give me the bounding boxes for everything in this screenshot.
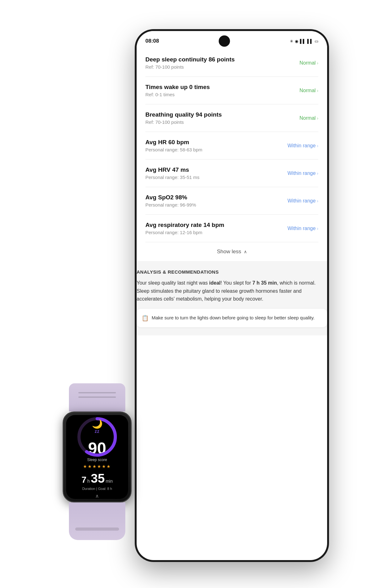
smartwatch: 🌙 ZZ 90 Sleep score ★★★★★★ 7 h 35 min Du… bbox=[47, 383, 147, 559]
metric-title-0: Deep sleep continuity 86 points bbox=[145, 56, 235, 63]
metric-status-label-0: Normal bbox=[300, 60, 316, 66]
metric-status-3[interactable]: Within range › bbox=[288, 143, 319, 149]
sleep-stars: ★★★★★★ bbox=[83, 464, 111, 469]
phone: 08:08 ✳ ◉ ▌▌ ▌▌ ▭ Deep sleep continuity … bbox=[135, 29, 329, 562]
recommendation-card: 📋 Make sure to turn the lights down befo… bbox=[137, 309, 327, 327]
watch-button-top bbox=[131, 430, 132, 442]
watch-screen: 🌙 ZZ 90 Sleep score ★★★★★★ 7 h 35 min Du… bbox=[66, 415, 128, 499]
metric-text-1: Times wake up 0 times Ref: 0-1 times bbox=[145, 84, 210, 97]
metric-status-label-1: Normal bbox=[300, 88, 316, 93]
chevron-icon-5: › bbox=[317, 198, 318, 203]
metric-status-0[interactable]: Normal › bbox=[300, 60, 318, 66]
duration-meta: Duration | Goal: 8 h bbox=[82, 487, 112, 491]
sleep-ring: 🌙 ZZ bbox=[75, 415, 119, 437]
metric-text-0: Deep sleep continuity 86 points Ref: 70-… bbox=[145, 56, 235, 70]
show-less-button[interactable]: Show less ∧ bbox=[145, 242, 318, 261]
chevron-icon-1: › bbox=[317, 88, 318, 93]
analysis-section: ANALYSIS & RECOMMENDATIONS Your sleep qu… bbox=[137, 261, 327, 335]
metric-sub-5: Personal range: 96-99% bbox=[145, 202, 196, 207]
metric-row-1[interactable]: Times wake up 0 times Ref: 0-1 times Nor… bbox=[145, 77, 318, 104]
show-less-label: Show less bbox=[217, 249, 241, 255]
analysis-body: Your sleep quality last night was ideal!… bbox=[137, 279, 327, 303]
metric-text-6: Avg respiratory rate 14 bpm Personal ran… bbox=[145, 222, 224, 235]
metric-text-5: Avg SpO2 98% Personal range: 96-99% bbox=[145, 194, 196, 207]
metric-row-6[interactable]: Avg respiratory rate 14 bpm Personal ran… bbox=[145, 215, 318, 242]
metric-row-0[interactable]: Deep sleep continuity 86 points Ref: 70-… bbox=[145, 49, 318, 77]
recommendation-text: Make sure to turn the lights down before… bbox=[152, 314, 315, 322]
duration-row: 7 h 35 min bbox=[81, 471, 112, 486]
ring-center: 🌙 ZZ bbox=[75, 415, 119, 437]
analysis-body2: ! You slept for bbox=[221, 280, 252, 286]
watch-strap-bottom bbox=[69, 502, 125, 540]
metric-status-5[interactable]: Within range › bbox=[288, 198, 319, 204]
hours-unit: h bbox=[87, 479, 90, 484]
metric-sub-4: Personal range: 35-51 ms bbox=[145, 175, 200, 180]
analysis-bold2: 7 h 35 min bbox=[252, 280, 277, 286]
bluetooth-icon: ✳ bbox=[290, 39, 293, 44]
metric-row-2[interactable]: Breathing quality 94 points Ref: 70-100 … bbox=[145, 104, 318, 132]
signal-icon: ▌▌ bbox=[300, 39, 306, 44]
chevron-icon-6: › bbox=[317, 226, 318, 231]
metric-sub-3: Personal range: 58-63 bpm bbox=[145, 147, 202, 152]
metric-sub-0: Ref: 70-100 points bbox=[145, 64, 235, 70]
metric-row-4[interactable]: Avg HRV 47 ms Personal range: 35-51 ms W… bbox=[145, 160, 318, 187]
chevron-icon-0: › bbox=[317, 60, 318, 66]
metric-title-1: Times wake up 0 times bbox=[145, 84, 210, 91]
caret-up-icon: ∧ bbox=[244, 249, 247, 254]
metric-status-6[interactable]: Within range › bbox=[288, 226, 319, 231]
watch-strap-top bbox=[69, 383, 125, 412]
wifi-icon: ◉ bbox=[295, 39, 298, 44]
metric-title-3: Avg HR 60 bpm bbox=[145, 139, 202, 146]
minutes-unit: min bbox=[106, 479, 113, 484]
chevron-icon-3: › bbox=[317, 143, 318, 148]
chevron-icon-4: › bbox=[317, 171, 318, 176]
metric-status-label-3: Within range bbox=[288, 143, 316, 149]
camera-notch bbox=[219, 35, 230, 47]
metric-row-3[interactable]: Avg HR 60 bpm Personal range: 58-63 bpm … bbox=[145, 132, 318, 160]
analysis-body1: Your sleep quality last night was bbox=[137, 280, 209, 286]
moon-icon: 🌙 bbox=[92, 419, 103, 429]
metric-title-5: Avg SpO2 98% bbox=[145, 194, 196, 201]
analysis-title: ANALYSIS & RECOMMENDATIONS bbox=[137, 269, 327, 275]
metric-text-2: Breathing quality 94 points Ref: 70-100 … bbox=[145, 111, 222, 125]
metric-status-4[interactable]: Within range › bbox=[288, 171, 319, 176]
metric-row-5[interactable]: Avg SpO2 98% Personal range: 96-99% With… bbox=[145, 187, 318, 215]
status-bar: 08:08 ✳ ◉ ▌▌ ▌▌ ▭ bbox=[137, 31, 327, 49]
metric-status-2[interactable]: Normal › bbox=[300, 115, 318, 121]
status-time: 08:08 bbox=[145, 38, 159, 44]
duration-hours: 7 bbox=[81, 475, 86, 485]
metric-status-label-2: Normal bbox=[300, 115, 316, 121]
metric-sub-2: Ref: 70-100 points bbox=[145, 119, 222, 125]
battery-icon: ▭ bbox=[315, 39, 318, 44]
status-icons: ✳ ◉ ▌▌ ▌▌ ▭ bbox=[290, 39, 318, 44]
zzz-label: ZZ bbox=[95, 430, 99, 433]
metric-status-1[interactable]: Normal › bbox=[300, 88, 318, 93]
metric-status-label-4: Within range bbox=[288, 171, 316, 176]
metric-title-6: Avg respiratory rate 14 bpm bbox=[145, 222, 224, 228]
metric-status-label-5: Within range bbox=[288, 198, 316, 204]
metric-text-3: Avg HR 60 bpm Personal range: 58-63 bpm bbox=[145, 139, 202, 152]
metric-title-4: Avg HRV 47 ms bbox=[145, 166, 200, 173]
analysis-bold1: ideal bbox=[209, 280, 221, 286]
recommendation-icon: 📋 bbox=[142, 315, 149, 322]
metric-status-label-6: Within range bbox=[288, 226, 316, 231]
watch-chevron-up-icon: ∧ bbox=[95, 493, 99, 499]
watch-body: 🌙 ZZ 90 Sleep score ★★★★★★ 7 h 35 min Du… bbox=[63, 412, 132, 502]
duration-minutes: 35 bbox=[91, 471, 105, 486]
metric-sub-1: Ref: 0-1 times bbox=[145, 92, 210, 97]
metric-text-4: Avg HRV 47 ms Personal range: 35-51 ms bbox=[145, 166, 200, 180]
watch-button-bottom bbox=[131, 445, 132, 458]
metrics-list: Deep sleep continuity 86 points Ref: 70-… bbox=[137, 49, 327, 261]
metric-sub-6: Personal range: 12-16 bpm bbox=[145, 230, 224, 235]
metric-title-2: Breathing quality 94 points bbox=[145, 111, 222, 118]
chevron-icon-2: › bbox=[317, 116, 318, 121]
signal2-icon: ▌▌ bbox=[307, 39, 313, 44]
